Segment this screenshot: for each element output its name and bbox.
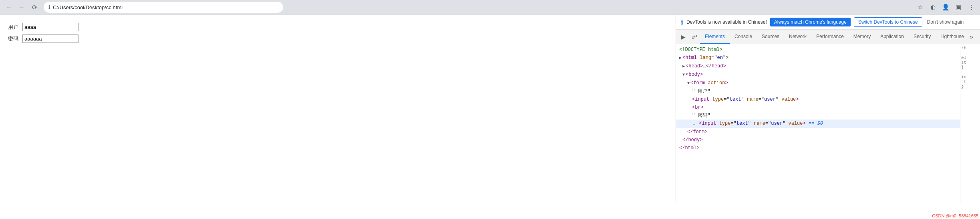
- form-close-line: </form>: [676, 128, 960, 136]
- style-line-5: }: [961, 65, 979, 70]
- line-options[interactable]: …: [692, 122, 696, 126]
- dismiss-button[interactable]: Don't show again: [927, 19, 964, 25]
- extensions-button[interactable]: ◐: [927, 2, 938, 13]
- doctype-line: <!DOCTYPE html>: [676, 46, 960, 54]
- tab-security[interactable]: Security: [909, 30, 936, 44]
- tab-sources[interactable]: Sources: [757, 30, 784, 44]
- tab-application[interactable]: Application: [875, 30, 909, 44]
- switch-devtools-button[interactable]: Switch DevTools to Chinese: [854, 17, 922, 27]
- back-button[interactable]: ←: [3, 2, 14, 13]
- styles-panel: :h el st } in "t }: [960, 44, 980, 203]
- style-line-7: in: [961, 75, 979, 79]
- style-line-8: "t: [961, 79, 979, 84]
- devtools-content: <!DOCTYPE html> ▶<html lang="en"> ▶<head…: [676, 44, 980, 203]
- password-row: 密码: [8, 34, 668, 43]
- main-area: 用户 密码 ℹ DevTools is now available in Chi…: [0, 15, 980, 203]
- address-icon: ℹ: [48, 4, 50, 10]
- notification-bar: ℹ DevTools is now available in Chinese! …: [676, 15, 980, 30]
- tab-performance[interactable]: Performance: [811, 30, 849, 44]
- tab-bar: ← → ⟳ ℹ C:/Users/cool/Desktop/cc.html ☆ …: [0, 0, 980, 14]
- style-line-3: el: [961, 55, 979, 60]
- html-close-line: </html>: [676, 144, 960, 152]
- user-label: 用户: [8, 24, 20, 31]
- style-line-1: :h: [961, 46, 979, 51]
- user-text-line: " 用户": [676, 87, 960, 95]
- inspect-element-button[interactable]: ▶: [678, 31, 689, 43]
- device-toggle-button[interactable]: ☍: [689, 31, 700, 43]
- body-open-line: ▼<body>: [676, 71, 960, 79]
- html-tree[interactable]: <!DOCTYPE html> ▶<html lang="en"> ▶<head…: [676, 44, 960, 203]
- match-language-button[interactable]: Always match Chrome's language: [770, 18, 851, 26]
- toolbar-icons: ☆ ◐ 👤 ▣ ⋮: [914, 2, 977, 13]
- page-content: 用户 密码: [0, 15, 676, 203]
- user-row: 用户: [8, 23, 668, 31]
- tab-elements[interactable]: Elements: [700, 30, 730, 44]
- password-text-line: " 密码": [676, 112, 960, 120]
- address-text: C:/Users/cool/Desktop/cc.html: [53, 4, 278, 10]
- nav-buttons: ← → ⟳: [3, 2, 40, 13]
- notification-icon: ℹ: [681, 18, 683, 26]
- br-line: <br>: [676, 103, 960, 112]
- tab-memory[interactable]: Memory: [849, 30, 875, 44]
- puzzle-button[interactable]: ▣: [953, 2, 964, 13]
- style-line-9: }: [961, 84, 979, 89]
- password-label: 密码: [8, 35, 20, 43]
- tab-network[interactable]: Network: [784, 30, 811, 44]
- user-input[interactable]: [22, 23, 78, 31]
- form-open-line: ▼<form action>: [676, 79, 960, 87]
- input-password-line[interactable]: … <input type="text" name="user" value> …: [676, 120, 960, 128]
- menu-button[interactable]: ⋮: [966, 2, 977, 13]
- more-tabs-button[interactable]: »: [970, 33, 973, 41]
- html-open-line: ▶<html lang="en">: [676, 54, 960, 62]
- devtools-tabs: ▶ ☍ Elements Console Sources Network Per…: [676, 30, 980, 44]
- address-bar[interactable]: ℹ C:/Users/cool/Desktop/cc.html: [43, 1, 284, 13]
- profile-button[interactable]: 👤: [940, 2, 951, 13]
- tab-console[interactable]: Console: [730, 30, 757, 44]
- devtools-panel: ℹ DevTools is now available in Chinese! …: [676, 15, 980, 203]
- tab-lighthouse[interactable]: Lighthouse: [936, 30, 969, 44]
- style-line-2: [961, 51, 979, 55]
- style-line-6: [961, 70, 979, 75]
- password-input[interactable]: [22, 34, 78, 43]
- notification-text: DevTools is now available in Chinese!: [686, 19, 767, 25]
- bookmark-button[interactable]: ☆: [914, 2, 926, 13]
- forward-button[interactable]: →: [16, 2, 27, 13]
- input-user-line: <input type="text" name="user" value>: [676, 95, 960, 103]
- body-close-line: </body>: [676, 136, 960, 144]
- head-line: ▶<head>…</head>: [676, 62, 960, 71]
- style-line-4: st: [961, 60, 979, 65]
- browser-chrome: ← → ⟳ ℹ C:/Users/cool/Desktop/cc.html ☆ …: [0, 0, 980, 15]
- reload-button[interactable]: ⟳: [29, 2, 40, 13]
